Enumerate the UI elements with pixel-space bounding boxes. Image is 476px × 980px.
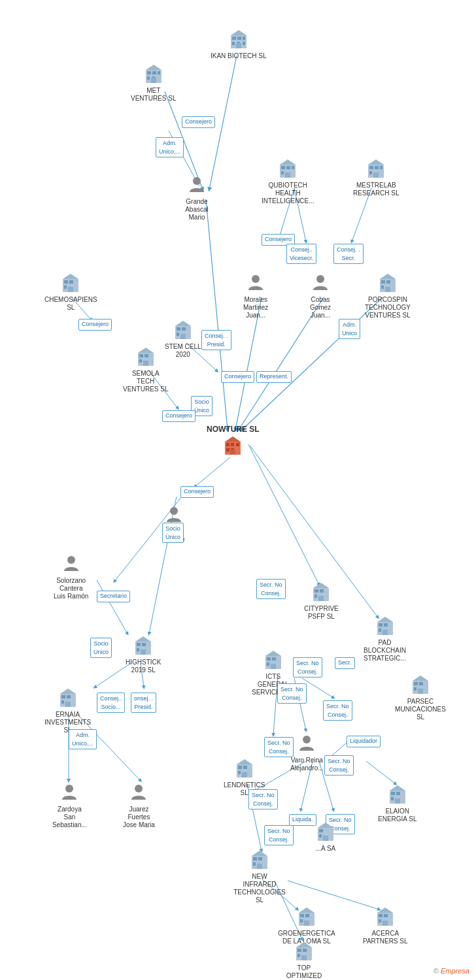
svg-rect-136 <box>414 687 416 691</box>
svg-rect-70 <box>64 286 67 289</box>
svg-rect-180 <box>298 954 300 957</box>
svg-rect-172 <box>379 914 382 917</box>
svg-rect-104 <box>314 589 318 593</box>
svg-marker-159 <box>252 851 267 856</box>
svg-rect-56 <box>292 166 294 169</box>
badge-consejero-semola[interactable]: Consejero <box>162 410 196 422</box>
svg-rect-175 <box>382 921 388 926</box>
badge-socio-unico-highstick[interactable]: SocioUnico <box>90 638 112 658</box>
node-mestrelab[interactable]: MESTRELABRESEARCH SL <box>353 157 400 197</box>
person-icon-grande <box>185 173 209 197</box>
svg-rect-161 <box>319 829 323 832</box>
badge-secretario[interactable]: Secretario <box>97 591 130 602</box>
badge-secr-no-consej-icts1[interactable]: Secr. NoConsej. <box>293 657 322 678</box>
badge-secr-no-consej-icts4[interactable]: Secr. NoConsej. <box>264 737 294 757</box>
badge-adm-unico-ernaia[interactable]: Adm.Unico,... <box>69 729 97 749</box>
badge-secr-no-consej-2[interactable]: Secr. NoConsej. <box>264 825 294 845</box>
svg-rect-106 <box>314 595 317 598</box>
node-highstick[interactable]: HIGHSTICK2019 SL <box>126 634 161 674</box>
badge-consejero-chemo[interactable]: Consejero <box>78 319 112 331</box>
node-semola[interactable]: SEMOLATECHVENTURES SL <box>123 345 168 393</box>
svg-rect-119 <box>141 649 146 655</box>
svg-marker-66 <box>368 159 384 165</box>
badge-consej-socio[interactable]: Consej..Socio... <box>97 693 125 713</box>
building-icon-new-infrared <box>248 848 271 872</box>
badge-secr-no-consej-lend[interactable]: Secr. NoConsej. <box>248 789 278 809</box>
node-nowture[interactable]: NOWTURE SL <box>207 423 260 457</box>
svg-rect-124 <box>267 662 269 666</box>
node-ikan-biotech[interactable]: IKAN BIOTECH SL <box>211 27 267 60</box>
badge-secr-no-consej-icts2[interactable]: Secr. NoConsej. <box>277 683 307 704</box>
svg-marker-43 <box>231 30 246 35</box>
badge-consejero-mid[interactable]: Consejero <box>221 371 254 383</box>
building-icon-acerca <box>373 905 397 928</box>
node-label-ikan: IKAN BIOTECH SL <box>211 52 267 60</box>
badge-adm-unico-1[interactable]: Adm.Unico,... <box>156 137 184 157</box>
badge-socio-unico-2[interactable]: SocioÚnico <box>162 523 184 543</box>
building-icon-ikan <box>227 27 250 51</box>
node-juarez[interactable]: JuarezFuertesJose Maria <box>123 781 155 829</box>
building-icon-groen <box>295 905 318 928</box>
badge-secr-no-consej-1[interactable]: Secr. NoConsej. <box>256 579 286 599</box>
badge-consej-vicesecr[interactable]: Consej..Vicesecr. <box>286 244 316 264</box>
svg-rect-113 <box>382 630 388 635</box>
badge-liquida[interactable]: Liquida. <box>289 814 316 826</box>
svg-rect-166 <box>300 914 304 917</box>
svg-rect-178 <box>298 949 301 952</box>
svg-rect-122 <box>267 657 271 661</box>
node-chemosapiens[interactable]: CHEMOSAPIENSSL <box>44 271 97 312</box>
node-label-sa: ...A SA <box>316 845 336 853</box>
badge-represent[interactable]: Represent. <box>256 371 292 383</box>
node-met-ventures[interactable]: METVENTURES SL <box>131 62 176 103</box>
node-parsec[interactable]: PARSECMUNICACIONES SL <box>391 673 450 721</box>
node-top-optimized[interactable]: TOPOPTIMIZEDTECHNOLOGIES SL <box>275 939 333 980</box>
badge-consej-presid-2[interactable]: onsej. .Presid. <box>131 693 156 713</box>
badge-adm-unico-cobas[interactable]: Adm.Unico <box>339 319 360 339</box>
badge-liquidador-varo[interactable]: Liquidador <box>347 736 381 747</box>
node-solorzano[interactable]: SolorzanoCanteraLuis Ramón <box>54 552 88 600</box>
svg-rect-62 <box>375 166 379 169</box>
node-ernaia[interactable]: ERNAIAINVESTMENTSSL <box>44 686 91 734</box>
badge-consej-secr[interactable]: Consej. .Secr. <box>333 244 364 264</box>
node-label-qubio: QUBIOTECHHEALTHINTELLIGENCE... <box>262 182 314 205</box>
node-sa[interactable]: ...A SA <box>314 820 337 853</box>
svg-marker-108 <box>313 583 329 588</box>
badge-secr-icts[interactable]: Secr. <box>335 657 355 669</box>
node-acerca[interactable]: ACERCAPARTNERS SL <box>363 905 408 945</box>
svg-rect-169 <box>304 921 309 926</box>
svg-rect-39 <box>232 42 235 45</box>
node-elaion[interactable]: ELAIONENERGIA SL <box>378 783 416 823</box>
svg-rect-167 <box>305 914 309 917</box>
badge-consej-presid[interactable]: Consej. .Presid. <box>201 330 231 350</box>
badge-secr-no-consej-icts3[interactable]: Secr. NoConsej. <box>323 700 352 721</box>
node-zardoya[interactable]: ZardoyaSanSebastian... <box>52 781 87 829</box>
svg-rect-135 <box>419 682 423 685</box>
node-grande-abascal[interactable]: GrandeAbascalMario <box>185 173 209 221</box>
node-label-morales: MoralesMartinezJuan... <box>243 296 268 319</box>
node-morales[interactable]: MoralesMartinezJuan... <box>243 271 268 319</box>
building-icon-cityprive <box>309 580 333 604</box>
svg-rect-95 <box>231 443 234 446</box>
node-stem-cell[interactable]: STEM CELL2020 <box>165 318 201 359</box>
svg-line-21 <box>248 444 319 585</box>
node-new-infrared[interactable]: NEWINFRAREDTECHNOLOGIES SL <box>230 848 289 904</box>
svg-rect-76 <box>381 280 385 284</box>
node-qubiotech[interactable]: QUBIOTECHHEALTHINTELLIGENCE... <box>262 157 314 205</box>
svg-point-52 <box>193 177 201 185</box>
svg-rect-48 <box>147 76 150 80</box>
svg-rect-181 <box>301 955 307 960</box>
node-cobas[interactable]: CobasGomezJuan... <box>309 271 332 319</box>
svg-rect-111 <box>384 623 388 627</box>
node-porcospin[interactable]: PORCOSPINTECHNOLOGYVENTURES SL <box>365 271 411 319</box>
svg-point-102 <box>67 556 75 564</box>
svg-rect-78 <box>381 286 384 289</box>
node-pad-blockchain[interactable]: PADBLOCKCHAINSTRATEGIC... <box>364 614 406 662</box>
node-label-cityprive: CITYPRIVEPSFP SL <box>304 605 339 621</box>
badge-consejero-1[interactable]: Consejero <box>182 116 215 128</box>
node-cityprive[interactable]: CITYPRIVEPSFP SL <box>304 580 339 621</box>
badge-secr-no-consej-varo[interactable]: Secr. NoConsej. <box>324 755 354 776</box>
svg-rect-77 <box>386 280 390 284</box>
svg-rect-71 <box>68 287 73 292</box>
node-varo-reina[interactable]: Varo ReinaAlejandro... <box>290 732 324 772</box>
badge-consejero-below[interactable]: Consejero <box>180 486 214 498</box>
